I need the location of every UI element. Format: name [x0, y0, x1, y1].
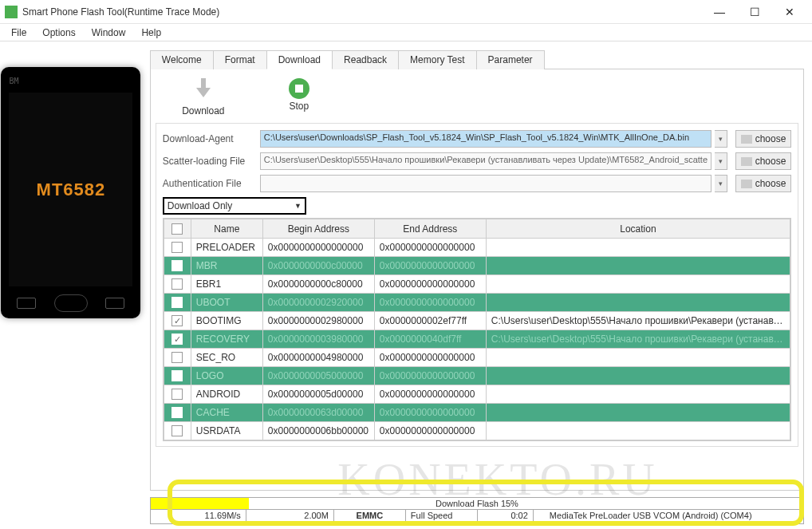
cell-name: UBOOT: [191, 294, 262, 312]
cell-name: SEC_RO: [191, 349, 262, 367]
row-checkbox[interactable]: [171, 352, 183, 363]
table-row[interactable]: MBR0x0000000000c000000x0000000000000000: [164, 257, 790, 275]
scatter-label: Scatter-loading File: [163, 156, 257, 167]
cell-begin: 0x0000000005000000: [262, 367, 374, 385]
table-row[interactable]: USRDATA0x0000000006bb000000x000000000000…: [164, 422, 790, 440]
cell-begin: 0x0000000002920000: [262, 294, 374, 312]
menu-help[interactable]: Help: [133, 26, 169, 40]
cell-begin: 0x0000000003980000: [262, 330, 374, 349]
partition-table: Name Begin Address End Address Location …: [163, 218, 791, 441]
row-checkbox[interactable]: [171, 370, 183, 381]
menu-window[interactable]: Window: [84, 26, 134, 40]
cell-location: [486, 367, 790, 385]
maximize-button[interactable]: ☐: [737, 0, 772, 24]
tab-strip: Welcome Format Download Readback Memory …: [150, 49, 812, 69]
choose-label: choose: [755, 178, 786, 189]
stop-button[interactable]: Stop: [275, 76, 323, 116]
folder-icon: [741, 135, 752, 144]
scatter-dropdown[interactable]: ▾: [715, 152, 727, 170]
stop-button-label: Stop: [290, 101, 309, 112]
tab-welcome[interactable]: Welcome: [150, 50, 214, 69]
row-checkbox[interactable]: [171, 297, 183, 308]
cell-location: [486, 385, 790, 404]
cell-location: [486, 294, 790, 312]
cell-begin: 0x0000000000000000: [262, 239, 374, 257]
row-checkbox[interactable]: [171, 407, 183, 418]
stat-time: 0:02: [478, 510, 534, 523]
auth-field[interactable]: [260, 175, 711, 192]
table-row[interactable]: EBR10x0000000000c800000x0000000000000000: [164, 275, 790, 294]
row-checkbox[interactable]: [171, 389, 183, 400]
row-checkbox[interactable]: [171, 315, 183, 326]
row-checkbox[interactable]: [171, 242, 183, 253]
stat-device: MediaTek PreLoader USB VCOM (Android) (C…: [534, 510, 803, 523]
cell-end: 0x0000000040df7ff: [374, 330, 486, 349]
cell-end: 0x0000000000000000: [374, 257, 486, 275]
da-choose-button[interactable]: choose: [735, 130, 791, 148]
phone-screen: MT6582: [9, 93, 132, 286]
table-row[interactable]: PRELOADER0x00000000000000000x00000000000…: [164, 239, 790, 257]
tab-memory-test[interactable]: Memory Test: [398, 50, 476, 69]
table-row[interactable]: ANDROID0x0000000005d000000x0000000000000…: [164, 385, 790, 404]
close-button[interactable]: ✕: [772, 0, 807, 24]
menu-file[interactable]: File: [3, 26, 34, 40]
cell-location: C:\Users\user\Desktop\555\Начало прошивк…: [486, 312, 790, 330]
cell-begin: 0x0000000005d00000: [262, 385, 374, 404]
th-end[interactable]: End Address: [374, 219, 486, 239]
choose-label: choose: [755, 133, 786, 144]
menu-options[interactable]: Options: [34, 26, 83, 40]
device-preview-pane: BM MT6582: [0, 41, 142, 529]
window-buttons: — ☐ ✕: [702, 0, 807, 24]
stat-mode: Full Speed: [406, 510, 478, 523]
cell-begin: 0x0000000063d00000: [262, 404, 374, 422]
check-all[interactable]: [171, 223, 183, 235]
tab-parameter[interactable]: Parameter: [476, 50, 545, 69]
table-row[interactable]: RECOVERY0x00000000039800000x0000000040df…: [164, 330, 790, 349]
table-row[interactable]: BOOTIMG0x00000000029800000x0000000002ef7…: [164, 312, 790, 330]
scatter-field[interactable]: C:\Users\user\Desktop\555\Начало прошивк…: [260, 152, 711, 170]
progress-area: Download Flash 15% 11.69M/s 2.00M EMMC F…: [150, 497, 804, 524]
row-checkbox[interactable]: [171, 278, 183, 290]
da-dropdown[interactable]: ▾: [715, 130, 727, 148]
download-button[interactable]: Download: [179, 76, 227, 116]
cell-begin: 0x0000000004980000: [262, 349, 374, 367]
cell-name: EBR1: [191, 275, 262, 294]
download-mode-combo[interactable]: Download Only▼: [163, 197, 306, 215]
th-begin[interactable]: Begin Address: [262, 219, 374, 239]
table-row[interactable]: LOGO0x00000000050000000x0000000000000000: [164, 367, 790, 385]
th-name[interactable]: Name: [191, 219, 262, 239]
tab-readback[interactable]: Readback: [332, 50, 399, 69]
table-row[interactable]: SEC_RO0x00000000049800000x00000000000000…: [164, 349, 790, 367]
cell-location: [486, 422, 790, 440]
auth-choose-button[interactable]: choose: [735, 175, 791, 192]
cell-end: 0x0000000002ef77ff: [374, 312, 486, 330]
stat-chip: EMMC: [334, 510, 406, 523]
phone-bm-label: BM: [9, 77, 18, 85]
auth-dropdown[interactable]: ▾: [715, 175, 727, 192]
th-check[interactable]: [164, 219, 191, 239]
row-checkbox[interactable]: [171, 425, 183, 436]
cell-location: [486, 404, 790, 422]
table-row[interactable]: CACHE0x0000000063d000000x000000000000000…: [164, 404, 790, 422]
phone-home-button: [54, 294, 88, 312]
tab-download[interactable]: Download: [266, 50, 333, 69]
row-checkbox[interactable]: [171, 334, 183, 345]
cell-location: [486, 349, 790, 367]
cell-name: PRELOADER: [191, 239, 262, 257]
row-checkbox[interactable]: [171, 260, 183, 271]
scatter-choose-button[interactable]: choose: [735, 152, 791, 170]
cell-end: 0x0000000000000000: [374, 385, 486, 404]
stat-size: 2.00M: [246, 510, 334, 523]
phone-left-button: [17, 298, 36, 309]
status-grid: 11.69M/s 2.00M EMMC Full Speed 0:02 Medi…: [150, 510, 804, 524]
stop-icon: [289, 78, 309, 99]
table-row[interactable]: UBOOT0x00000000029200000x000000000000000…: [164, 294, 790, 312]
cell-name: CACHE: [191, 404, 262, 422]
minimize-button[interactable]: —: [702, 0, 737, 24]
th-location[interactable]: Location: [486, 219, 790, 239]
cell-name: RECOVERY: [191, 330, 262, 349]
tab-format[interactable]: Format: [213, 50, 267, 69]
da-field[interactable]: C:\Users\user\Downloads\SP_Flash_Tool_v5…: [260, 130, 711, 148]
menubar: File Options Window Help: [0, 24, 812, 41]
auth-label: Authentication File: [163, 178, 257, 189]
